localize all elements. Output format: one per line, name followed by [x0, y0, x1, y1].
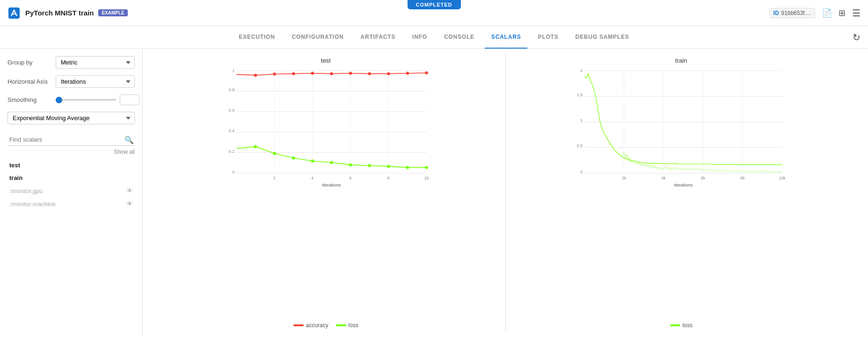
legend-loss-train: loss	[670, 322, 693, 329]
layout-icon-button[interactable]: ⊞	[839, 8, 846, 18]
tab-configuration[interactable]: CONFIGURATION	[285, 26, 350, 49]
svg-text:6k: 6k	[700, 176, 705, 180]
svg-text:Iterations: Iterations	[674, 182, 693, 187]
task-id-chip: ID 91bb653f....	[769, 8, 815, 18]
svg-point-33	[254, 145, 257, 148]
group-by-label: Group by	[7, 59, 52, 66]
refresh-button[interactable]: ↻	[853, 32, 861, 43]
svg-point-25	[292, 72, 295, 75]
svg-text:6: 6	[350, 176, 352, 180]
smoothing-value-input[interactable]: 0	[120, 94, 139, 105]
train-chart-container: train 0 0.5 1 1.5 2	[506, 53, 861, 332]
group-by-select[interactable]: Metric None	[56, 56, 135, 69]
show-all[interactable]: Show all	[7, 149, 135, 155]
smoothing-slider[interactable]	[56, 99, 116, 100]
legend-accuracy: accuracy	[293, 322, 328, 329]
svg-text:1: 1	[580, 118, 583, 123]
refresh-icon: ↻	[853, 32, 861, 43]
tab-artifacts[interactable]: ARTIFACTS	[354, 26, 402, 49]
svg-text:0.2: 0.2	[229, 149, 234, 154]
test-chart-svg: 0 0.2 0.4 0.6 0.8 1 2	[154, 67, 498, 188]
svg-text:10: 10	[424, 176, 429, 180]
horizontal-axis-label: Horizontal Axis	[7, 78, 52, 85]
find-scalars-input[interactable]	[7, 134, 135, 146]
svg-text:1.5: 1.5	[576, 93, 582, 97]
scalar-item-machine-label: :monitor.machine	[9, 201, 126, 208]
svg-point-23	[254, 74, 257, 77]
scalar-item-train-label: train	[9, 174, 133, 181]
svg-point-34	[273, 152, 276, 155]
menu-icon-button[interactable]: ☰	[852, 7, 861, 19]
horizontal-axis-select[interactable]: Iterations Time Epochs	[56, 75, 135, 88]
svg-point-28	[349, 72, 352, 75]
svg-point-42	[425, 166, 428, 169]
document-icon-button[interactable]: 📄	[822, 8, 832, 18]
train-chart-legend: loss	[510, 322, 853, 329]
svg-point-24	[273, 72, 276, 76]
svg-point-27	[330, 72, 333, 75]
hamburger-icon: ☰	[852, 8, 861, 18]
svg-point-26	[311, 72, 314, 75]
svg-point-36	[311, 159, 314, 163]
svg-point-40	[387, 165, 390, 168]
svg-text:0: 0	[580, 170, 583, 174]
tab-execution[interactable]: EXECUTION	[232, 26, 281, 49]
completed-badge: COMPLETED	[407, 0, 460, 9]
svg-text:10k: 10k	[779, 176, 786, 180]
legend-accuracy-label: accuracy	[306, 322, 328, 329]
test-chart-wrapper: 0 0.2 0.4 0.6 0.8 1 2	[154, 67, 498, 320]
svg-text:2k: 2k	[621, 176, 626, 180]
tab-plots[interactable]: PLOTS	[531, 26, 565, 49]
example-badge: EXAMPLE	[98, 9, 127, 16]
app-logo	[7, 7, 21, 20]
svg-point-35	[292, 157, 295, 160]
svg-text:4k: 4k	[661, 176, 666, 180]
svg-text:0.4: 0.4	[229, 129, 234, 133]
search-icon: 🔍	[124, 136, 134, 144]
id-label: ID	[773, 10, 779, 16]
train-chart-svg: 0 0.5 1 1.5 2 2k 4k 6k	[510, 67, 853, 188]
svg-text:0.8: 0.8	[229, 87, 234, 92]
tab-info[interactable]: INFO	[406, 26, 434, 49]
scalar-item-monitor-machine[interactable]: :monitor.machine 👁	[7, 197, 135, 210]
train-chart-wrapper: 0 0.5 1 1.5 2 2k 4k 6k	[510, 67, 853, 320]
scalar-item-train[interactable]: train	[7, 172, 135, 184]
legend-accuracy-dot	[293, 324, 304, 326]
app-title: PyTorch MNIST train	[25, 9, 94, 17]
tab-debug-samples[interactable]: DEBUG SAMPLES	[569, 26, 635, 49]
train-chart-title: train	[510, 57, 853, 64]
legend-loss-train-dot	[670, 324, 680, 326]
sidebar: Group by Metric None Horizontal Axis Ite…	[0, 49, 143, 337]
svg-point-30	[387, 72, 390, 75]
ema-select[interactable]: Exponential Moving Average None	[7, 112, 135, 124]
nav-tabs: EXECUTION CONFIGURATION ARTIFACTS INFO C…	[0, 26, 868, 49]
legend-loss-test: loss	[336, 322, 358, 329]
top-bar: COMPLETED PyTorch MNIST train EXAMPLE ID…	[0, 0, 868, 26]
svg-text:0.6: 0.6	[229, 108, 234, 113]
svg-point-31	[406, 72, 409, 75]
svg-point-32	[425, 72, 428, 75]
search-row: 🔍	[7, 134, 135, 146]
svg-text:0: 0	[232, 170, 234, 174]
svg-text:2: 2	[580, 68, 583, 73]
search-button[interactable]: 🔍	[124, 136, 134, 144]
test-chart-container: test 0 0.2 0.4 0.6 0.8 1	[150, 53, 506, 332]
svg-text:1: 1	[232, 68, 234, 73]
svg-point-38	[349, 163, 352, 166]
legend-loss-train-label: loss	[683, 322, 693, 329]
chart-area: test 0 0.2 0.4 0.6 0.8 1	[143, 49, 868, 337]
svg-text:8: 8	[387, 176, 390, 180]
test-chart-legend: accuracy loss	[154, 322, 498, 329]
test-chart-title: test	[154, 57, 498, 64]
hidden-icon-machine: 👁	[126, 200, 133, 208]
ema-select-row: Exponential Moving Average None	[7, 112, 135, 124]
scalar-item-test[interactable]: test	[7, 159, 135, 172]
scalar-item-monitor-gpu[interactable]: :monitor.gpu 👁	[7, 184, 135, 197]
smoothing-label: Smoothing	[7, 96, 52, 103]
tab-console[interactable]: CONSOLE	[438, 26, 481, 49]
group-by-row: Group by Metric None	[7, 56, 135, 69]
tab-scalars[interactable]: SCALARS	[485, 26, 528, 49]
main-layout: Group by Metric None Horizontal Axis Ite…	[0, 49, 868, 337]
svg-point-29	[368, 72, 371, 75]
horizontal-axis-row: Horizontal Axis Iterations Time Epochs	[7, 75, 135, 88]
